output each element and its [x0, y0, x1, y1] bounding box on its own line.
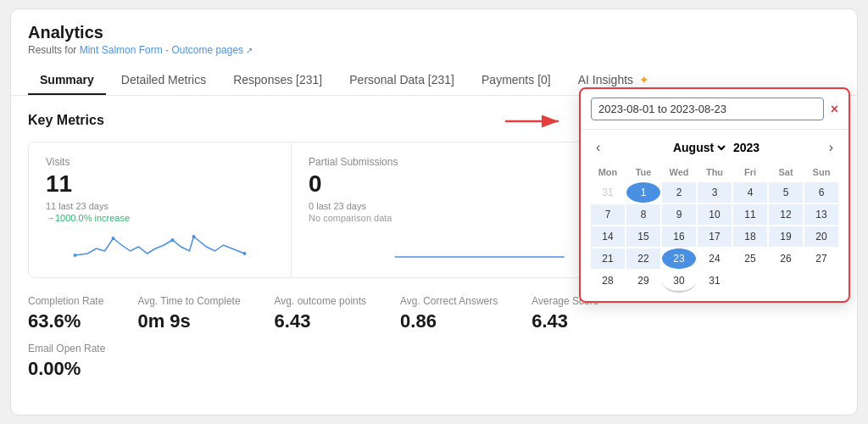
- tab-payments[interactable]: Payments [0]: [470, 66, 563, 95]
- day-header-sun: Sun: [804, 164, 838, 181]
- content: Key Metrics Showin Visits 11 11 last 23 …: [11, 96, 857, 397]
- cal-day[interactable]: 15: [626, 226, 660, 247]
- cal-day[interactable]: 25: [733, 248, 767, 269]
- visits-sparkline: [46, 230, 274, 264]
- calendar-nav: ‹ August 2023 ›: [591, 138, 838, 157]
- cal-day-end[interactable]: 23: [662, 248, 696, 269]
- cal-day-start[interactable]: 1: [626, 182, 660, 203]
- cal-day[interactable]: 18: [733, 226, 767, 247]
- cal-day[interactable]: 6: [804, 182, 838, 203]
- close-button[interactable]: ×: [831, 102, 838, 117]
- cal-day[interactable]: 24: [698, 248, 732, 269]
- day-header-tue: Tue: [626, 164, 660, 181]
- app-title: Analytics: [28, 23, 253, 42]
- cal-day-empty: [769, 271, 803, 293]
- ai-star-icon: ✦: [639, 73, 649, 86]
- visits-value: 11: [46, 171, 274, 198]
- cal-day[interactable]: 19: [769, 226, 803, 247]
- month-select[interactable]: August: [670, 140, 728, 155]
- cal-day[interactable]: 2: [662, 182, 696, 203]
- visits-label: Visits: [46, 156, 274, 168]
- cal-day[interactable]: 16: [662, 226, 696, 247]
- day-header-mon: Mon: [591, 164, 625, 181]
- calendar: ‹ August 2023 › Mon Tue Wed Thu Fri: [581, 130, 849, 301]
- svg-point-1: [112, 237, 115, 240]
- calendar-month-year: August 2023: [670, 140, 760, 155]
- day-header-thu: Thu: [698, 164, 732, 181]
- day-header-sat: Sat: [769, 164, 803, 181]
- date-range-input[interactable]: 2023-08-01 to 2023-08-23: [591, 98, 824, 120]
- visits-sub: 11 last 23 days: [46, 201, 274, 211]
- svg-point-4: [243, 252, 247, 255]
- subtitle: Results for Mint Salmon Form - Outcome p…: [28, 44, 253, 56]
- cal-day[interactable]: 27: [804, 248, 838, 269]
- cal-day[interactable]: 8: [626, 204, 660, 225]
- visits-increase: →1000.0% increase: [46, 213, 274, 223]
- date-input-row: 2023-08-01 to 2023-08-23 ×: [581, 89, 849, 130]
- tab-responses[interactable]: Responses [231]: [221, 66, 334, 95]
- svg-point-3: [192, 235, 196, 238]
- next-month-button[interactable]: ›: [824, 138, 838, 157]
- cal-day-empty: [733, 271, 767, 293]
- cal-day[interactable]: 26: [769, 248, 803, 269]
- calendar-grid: Mon Tue Wed Thu Fri Sat Sun 31 1 2 3 4 5…: [591, 164, 838, 293]
- cal-day[interactable]: 4: [733, 182, 767, 203]
- day-header-fri: Fri: [733, 164, 767, 181]
- email-open-rate: Email Open Rate 0.00%: [28, 343, 840, 380]
- cal-day[interactable]: 12: [769, 204, 803, 225]
- cal-day[interactable]: 17: [698, 226, 732, 247]
- calendar-year: 2023: [733, 141, 760, 154]
- cal-day[interactable]: 14: [591, 226, 625, 247]
- cal-day[interactable]: 3: [698, 182, 732, 203]
- tab-detailed-metrics[interactable]: Detailed Metrics: [109, 66, 218, 95]
- cal-day[interactable]: 11: [733, 204, 767, 225]
- cal-day[interactable]: 10: [698, 204, 732, 225]
- tab-summary[interactable]: Summary: [28, 66, 106, 95]
- external-link-icon: ↗: [246, 46, 253, 55]
- cal-day[interactable]: 31: [591, 182, 625, 203]
- cal-day[interactable]: 20: [804, 226, 838, 247]
- svg-point-2: [171, 238, 175, 242]
- cal-day[interactable]: 9: [662, 204, 696, 225]
- completion-rate: Completion Rate 63.6%: [28, 295, 103, 332]
- cal-day[interactable]: 21: [591, 248, 625, 269]
- tab-personal-data[interactable]: Personal Data [231]: [337, 66, 466, 95]
- key-metrics-title: Key Metrics: [28, 113, 104, 128]
- cal-day[interactable]: 31: [698, 271, 732, 293]
- cal-day[interactable]: 22: [626, 248, 660, 269]
- cal-day[interactable]: 13: [804, 204, 838, 225]
- header: Analytics Results for Mint Salmon Form -…: [11, 9, 857, 96]
- cal-day-empty: [804, 271, 838, 293]
- metric-visits: Visits 11 11 last 23 days →1000.0% incre…: [29, 142, 292, 277]
- prev-month-button[interactable]: ‹: [591, 138, 605, 157]
- cal-day[interactable]: 30: [662, 271, 696, 293]
- main-container: Analytics Results for Mint Salmon Form -…: [10, 8, 858, 416]
- cal-day[interactable]: 7: [591, 204, 625, 225]
- avg-outcome-points: Avg. outcome points 6.43: [275, 295, 367, 332]
- day-header-wed: Wed: [662, 164, 696, 181]
- cal-day[interactable]: 29: [626, 271, 660, 293]
- subtitle-link[interactable]: Mint Salmon Form - Outcome pages ↗: [80, 44, 253, 56]
- avg-time: Avg. Time to Complete 0m 9s: [137, 295, 240, 332]
- avg-correct-answers: Avg. Correct Answers 0.86: [400, 295, 498, 332]
- date-picker-overlay[interactable]: 2023-08-01 to 2023-08-23 × ‹ August 2023…: [579, 87, 850, 303]
- svg-point-0: [74, 254, 77, 257]
- cal-day[interactable]: 5: [769, 182, 803, 203]
- cal-day[interactable]: 28: [591, 271, 625, 293]
